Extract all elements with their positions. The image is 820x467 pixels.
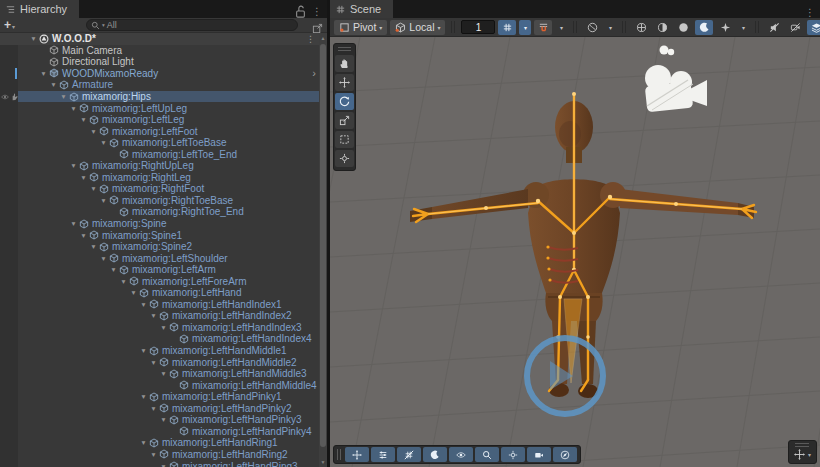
scene-lighting-button[interactable] [423,447,447,462]
draw-mode-dropdown[interactable]: ▾ [604,20,616,35]
foldout-arrow-icon[interactable]: ▼ [98,137,109,148]
hierarchy-row[interactable]: ▼mixamorig:LeftHandMiddle2 [0,356,319,368]
hierarchy-row[interactable]: ▼mixamorig:Spine [0,218,319,230]
foldout-arrow-icon[interactable]: ▼ [148,310,159,321]
foldout-arrow-icon[interactable]: ▼ [148,449,159,460]
overlay-drag-handle[interactable] [337,449,341,460]
foldout-arrow-icon[interactable]: ▼ [28,33,39,44]
hierarchy-row[interactable]: ▼mixamorig:LeftHandPinky2 [0,403,319,415]
foldout-arrow-icon[interactable]: ▼ [58,91,69,102]
hierarchy-row[interactable]: mixamorig:LeftHandMiddle4 [0,379,319,391]
lighting-on-toggle[interactable] [695,20,713,35]
foldout-arrow-icon[interactable]: ▼ [138,437,149,448]
foldout-arrow-icon[interactable]: ▼ [68,218,79,229]
hierarchy-row[interactable]: ▼mixamorig:LeftHandRing3 [0,460,319,467]
hierarchy-row[interactable]: ▼mixamorig:LeftHand [0,287,319,299]
hierarchy-row[interactable]: mixamorig:RightToe_End [0,206,319,218]
layers-button[interactable] [807,20,820,35]
foldout-arrow-icon[interactable]: ▼ [148,403,159,414]
hierarchy-row[interactable]: mixamorig:LeftHandPinky4 [0,426,319,438]
shadows-toggle[interactable] [674,20,692,35]
hierarchy-row[interactable]: ▼mixamorig:LeftShoulder [0,252,319,264]
hierarchy-row[interactable]: ▼mixamorig:LeftHandRing2 [0,449,319,461]
row-visibility-toggles[interactable] [1,91,18,103]
orientation-button[interactable] [501,447,525,462]
hierarchy-row[interactable]: ▼mixamorig:LeftHandRing1 [0,437,319,449]
lock-icon[interactable] [295,6,306,18]
overlay-drag-handle[interactable] [795,443,809,447]
hierarchy-row[interactable]: ▼mixamorig:Hips [0,91,319,103]
scene-menu-icon[interactable]: ⋮ [805,8,815,18]
foldout-arrow-icon[interactable]: ▼ [158,414,169,425]
snap-increment-button[interactable] [534,20,552,35]
hierarchy-row[interactable]: ▼mixamorig:LeftHandMiddle3 [0,368,319,380]
hierarchy-row[interactable]: ▼mixamorig:LeftHandPinky1 [0,391,319,403]
audio-toggle[interactable] [765,20,783,35]
hierarchy-row[interactable]: ▼mixamorig:LeftForeArm [0,275,319,287]
prefab-open-chevron-icon[interactable]: › [312,68,316,79]
transform-tool-button[interactable] [335,150,354,167]
hierarchy-row[interactable]: ▼mixamorig:LeftHandIndex2 [0,310,319,322]
foldout-arrow-icon[interactable]: ▼ [48,79,59,90]
foldout-arrow-icon[interactable]: ▼ [78,114,89,125]
scale-tool-button[interactable] [335,112,354,129]
hierarchy-row[interactable]: ▼mixamorig:LeftFoot [0,125,319,137]
foldout-arrow-icon[interactable]: ▼ [158,461,169,467]
pick-hand-icon[interactable] [10,93,18,101]
grid-visibility-button[interactable] [397,447,421,462]
ambient-toggle[interactable] [653,20,671,35]
hierarchy-row[interactable]: ▼mixamorig:RightUpLeg [0,160,319,172]
foldout-arrow-icon[interactable]: ▼ [138,345,149,356]
pivot-mode-button[interactable]: Pivot ▾ [334,20,387,35]
foldout-arrow-icon[interactable]: ▼ [88,241,99,252]
foldout-arrow-icon[interactable]: ▼ [118,276,129,287]
rect-tool-button[interactable] [335,131,354,148]
draw-mode-button[interactable] [583,20,601,35]
hierarchy-row[interactable]: ▼mixamorig:LeftLeg [0,114,319,126]
snap-increment-dropdown[interactable]: ▾ [555,20,567,35]
gizmos-button[interactable] [553,447,577,462]
hierarchy-row[interactable]: ▼mixamorig:RightLeg [0,172,319,184]
hierarchy-row[interactable]: mixamorig:LeftHandIndex4 [0,333,319,345]
foldout-arrow-icon[interactable]: ▼ [138,299,149,310]
hierarchy-row[interactable]: ▼mixamorig:LeftHandIndex1 [0,299,319,311]
foldout-arrow-icon[interactable]: ▼ [68,103,79,114]
fx-toggle[interactable] [716,20,734,35]
foldout-arrow-icon[interactable]: ▼ [88,183,99,194]
foldout-arrow-icon[interactable]: ▼ [88,126,99,137]
foldout-arrow-icon[interactable]: ▼ [78,172,89,183]
foldout-arrow-icon[interactable]: ▼ [158,322,169,333]
chevron-down-icon[interactable]: ▾ [808,451,811,458]
hierarchy-row[interactable]: ▼mixamorig:LeftHandIndex3 [0,322,319,334]
foldout-arrow-icon[interactable]: ▼ [128,287,139,298]
search-button[interactable] [475,447,499,462]
hierarchy-row[interactable]: ▼mixamorig:RightFoot [0,183,319,195]
move-icon[interactable] [794,449,805,460]
hierarchy-scrollbar[interactable]: ▲ ▼ [319,33,327,467]
foldout-arrow-icon[interactable]: ▼ [78,230,89,241]
scene-visibility-button[interactable] [449,447,473,462]
overlay-drag-handle[interactable] [338,47,351,51]
hierarchy-row[interactable]: ▼mixamorig:LeftUpLeg [0,102,319,114]
move-tool-button[interactable] [335,74,354,91]
hierarchy-row[interactable]: ▼mixamorig:LeftToeBase [0,137,319,149]
foldout-arrow-icon[interactable]: ▼ [108,264,119,275]
foldout-arrow-icon[interactable]: ▼ [68,160,79,171]
camera-preview-toggle[interactable] [786,20,804,35]
foldout-arrow-icon[interactable]: ▼ [98,253,109,264]
scene-header-row[interactable]: ▼W.O.O.D*⋮ [0,33,319,45]
hierarchy-row[interactable]: mixamorig:LeftToe_End [0,148,319,160]
hierarchy-menu-icon[interactable]: ⋮ [312,7,322,17]
pan-tool-button[interactable] [335,55,354,72]
camera-gizmo-icon[interactable] [645,46,707,113]
eye-icon[interactable] [1,93,9,101]
search-input[interactable]: ▾ All [86,19,298,31]
hierarchy-row[interactable]: Main Camera [0,45,319,57]
tab-hierarchy[interactable]: Hierarchy [0,0,79,18]
foldout-arrow-icon[interactable]: ▼ [38,68,49,79]
hierarchy-row[interactable]: ▼Armature [0,79,319,91]
hierarchy-row[interactable]: Directional Light [0,56,319,68]
scroll-up-icon[interactable]: ▲ [319,35,327,41]
rotate-tool-button[interactable] [335,93,354,110]
grid-visibility-button[interactable] [498,20,516,35]
